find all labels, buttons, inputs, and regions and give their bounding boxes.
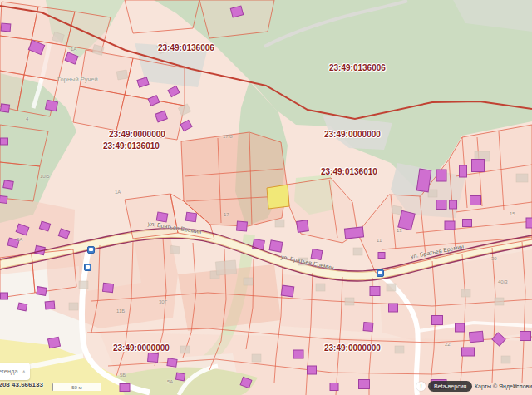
parcel-number-label: 30 — [491, 256, 497, 261]
chevron-up-icon: ∧ — [22, 368, 26, 374]
parcel-number-label: 10/5 — [40, 174, 50, 179]
parcel-number-label: 17 — [224, 212, 229, 217]
parcel-number-label: 1А — [115, 190, 121, 195]
coordinates-readout: 39.713208 43.666133 — [0, 381, 43, 388]
parcel-number-label: 2А — [17, 237, 22, 242]
cadastral-quarter-label: 23:49:0000000 — [324, 343, 381, 353]
parcel-number-label: 17/8 — [223, 134, 233, 139]
parcel-number-label: 22 — [445, 342, 451, 347]
parcel-number-label: 40/3 — [498, 279, 508, 284]
cadastral-quarter-label: 23:49:0136010 — [103, 141, 160, 151]
map-attribution[interactable]: Карты © Яндекс — [475, 383, 519, 389]
map-graphics — [0, 0, 532, 395]
cadastral-quarter-label: 23:49:0000000 — [109, 130, 165, 139]
parcel-number-label: 13 — [397, 228, 402, 233]
cadastral-quarter-label: 23:49:0136010 — [321, 167, 377, 176]
cadastral-quarter-label: 23:49:0136006 — [329, 63, 386, 72]
legend-label: Легенда — [0, 368, 18, 375]
parcel-number-label: 11Б — [116, 309, 125, 314]
parcel-number-label: 5А — [167, 379, 173, 384]
map-canvas[interactable]: Горный Ручей 23:49:0136006 23:49:0136006… — [0, 0, 532, 395]
bus-stop-icon[interactable] — [87, 246, 95, 254]
parcel-number-label: 15 — [510, 211, 515, 216]
beta-version-badge[interactable]: Beta-версия — [428, 381, 472, 392]
parcel-number-label: 30Г — [159, 299, 167, 304]
legend-panel[interactable]: Легенда ∧ — [0, 363, 30, 380]
bus-stop-icon[interactable] — [377, 269, 384, 277]
terms-link[interactable]: Условия использования — [513, 383, 532, 389]
parcel-number-label: 5Б — [120, 373, 126, 378]
cadastral-quarter-label: 23:49:0136006 — [158, 43, 214, 52]
bus-stop-icon[interactable] — [84, 264, 91, 271]
info-icon[interactable]: ! — [416, 382, 426, 391]
place-label: Горный Ручей — [57, 76, 98, 83]
cadastral-quarter-label: 23:49:0000000 — [113, 343, 170, 353]
cadastral-quarter-label: 23:49:0000000 — [324, 130, 381, 139]
parcel-number-label: 1А — [71, 47, 76, 52]
parcel-number-label: 4 — [26, 116, 28, 121]
selected-parcel[interactable] — [267, 185, 289, 209]
parcel-number-label: 11 — [377, 238, 382, 243]
scale-bar: 50 м — [52, 383, 101, 391]
scale-label: 50 м — [71, 385, 81, 390]
